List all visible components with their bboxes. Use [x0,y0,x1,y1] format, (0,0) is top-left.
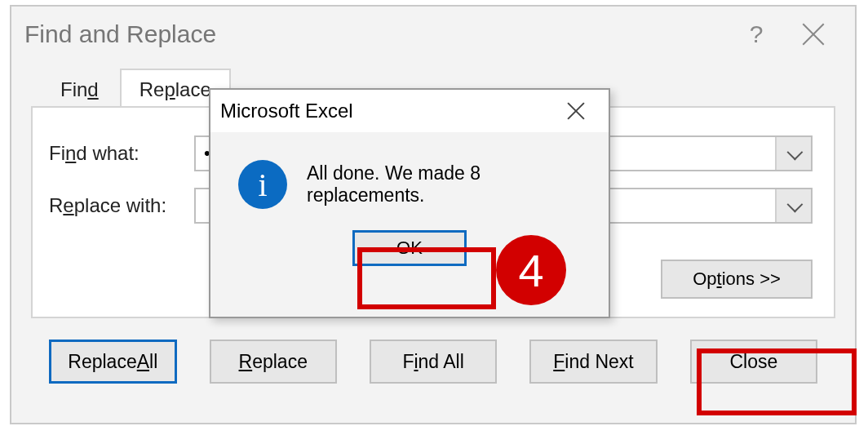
message-body: i All done. We made 8 replacements. [210,132,609,215]
message-dialog: Microsoft Excel i All done. We made 8 re… [209,88,610,318]
replace-with-label: Replace with: [49,194,179,217]
options-button[interactable]: Options >> [661,260,813,299]
help-button[interactable]: ? [728,14,785,55]
replace-with-dropdown[interactable] [775,189,811,222]
close-button[interactable]: Close [690,340,817,384]
find-next-button[interactable]: Find Next [529,340,657,384]
find-what-label: Find what: [49,142,179,165]
info-icon: i [238,160,287,209]
replace-button[interactable]: Replace [210,340,337,384]
dialog-button-row: Replace All Replace Find All Find Next C… [31,318,835,384]
chevron-down-icon [787,197,804,213]
help-icon: ? [750,20,764,48]
message-close-button[interactable] [553,93,599,129]
chevron-down-icon [787,144,804,161]
message-button-row: OK [210,215,609,266]
dialog-close-button[interactable] [785,14,842,55]
dialog-titlebar: Find and Replace ? [11,7,855,62]
ok-button[interactable]: OK [352,230,467,266]
message-title: Microsoft Excel [220,100,553,122]
close-icon [565,100,587,122]
message-titlebar: Microsoft Excel [210,90,609,132]
find-what-dropdown[interactable] [775,137,811,170]
message-text: All done. We made 8 replacements. [307,162,589,206]
tab-find[interactable]: Find [41,69,118,108]
dialog-title: Find and Replace [24,20,728,48]
find-all-button[interactable]: Find All [370,340,497,384]
replace-all-button[interactable]: Replace All [49,340,177,384]
close-icon [799,20,828,49]
